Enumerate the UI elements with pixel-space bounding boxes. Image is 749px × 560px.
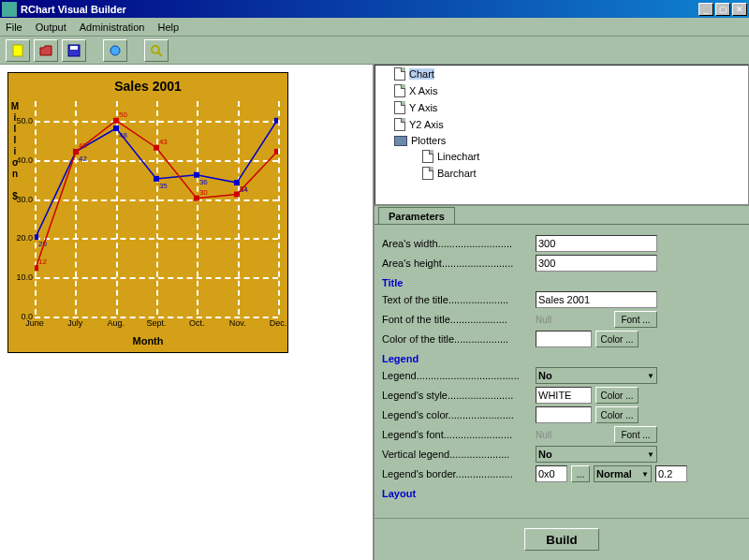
preview-button[interactable] (144, 39, 169, 62)
input-title-color[interactable] (536, 331, 592, 347)
label-legend-border: Legend's border.................... (382, 468, 532, 479)
label-area-width: Area's width.......................... (382, 238, 532, 249)
open-button[interactable] (34, 39, 58, 62)
minimize-button[interactable]: _ (698, 3, 713, 16)
maximize-button[interactable]: ▢ (715, 3, 730, 16)
svg-text:42: 42 (79, 141, 87, 150)
title-font-button[interactable]: Font ... (614, 311, 657, 328)
legend-font-button[interactable]: Font ... (614, 426, 657, 443)
svg-text:36: 36 (199, 178, 208, 186)
menu-help[interactable]: Help (157, 22, 179, 33)
label-area-height: Area's height......................... (382, 258, 532, 269)
menu-output[interactable]: Output (36, 22, 66, 33)
params-tab[interactable]: Parameters (378, 207, 455, 225)
svg-line-5 (158, 52, 162, 56)
menu-bar: File Output Administration Help (0, 18, 749, 37)
tree-item-linechart[interactable]: Linechart (375, 148, 748, 165)
tree-item-barchart[interactable]: Barchart (375, 165, 748, 182)
svg-rect-18 (274, 118, 278, 124)
svg-text:43: 43 (159, 138, 168, 146)
select-legend-border-style[interactable]: Normal▼ (594, 465, 652, 482)
chart-title: Sales 2001 (8, 73, 287, 94)
document-icon (394, 101, 405, 114)
svg-text:30: 30 (199, 188, 208, 197)
title-color-button[interactable]: Color ... (595, 331, 639, 347)
svg-text:48: 48 (119, 131, 127, 140)
toolbar (0, 37, 749, 65)
chart-xlabel: Month (8, 335, 287, 346)
legend-font-null: Null (536, 430, 610, 440)
app-icon (2, 2, 17, 17)
tree-item-chart[interactable]: Chart (375, 66, 748, 82)
section-title: Title (382, 277, 747, 288)
input-area-height[interactable] (536, 255, 657, 272)
params-body[interactable]: Area's width.......................... A… (374, 224, 749, 518)
tree-item-label: Y2 Axis (409, 119, 444, 130)
title-bar: RChart Visual Builder _ ▢ ✕ (0, 0, 749, 18)
tree-item-plotters[interactable]: Plotters (375, 133, 748, 148)
select-vertical-legend[interactable]: No▼ (536, 446, 657, 463)
svg-text:31: 31 (240, 184, 248, 193)
tree-item-label: Chart (409, 68, 434, 80)
chart-preview: Sales 2001 Million$ 0.010.020.030.040.05… (7, 72, 288, 353)
browser-button[interactable] (103, 39, 127, 62)
chart-plot-area: 0.010.020.030.040.050.0JuneJulyAug.Sept.… (35, 101, 278, 315)
label-title-color: Color of the title................... (382, 333, 532, 345)
document-icon (422, 150, 433, 163)
svg-text:12: 12 (38, 258, 47, 266)
legend-border-picker[interactable]: ... (571, 465, 590, 482)
svg-text:42: 42 (79, 155, 87, 163)
section-legend: Legend (382, 353, 747, 364)
input-legend-border-color[interactable] (536, 465, 567, 482)
svg-rect-0 (13, 45, 22, 56)
input-area-width[interactable] (536, 235, 657, 252)
label-legend-font: Legend's font........................ (382, 429, 532, 440)
legend-color-button[interactable]: Color ... (595, 406, 639, 423)
title-font-null: Null (536, 315, 610, 325)
params-header: Parameters (374, 205, 749, 224)
menu-file[interactable]: File (6, 22, 22, 33)
folder-icon (394, 136, 407, 146)
section-layout: Layout (382, 488, 747, 499)
component-tree[interactable]: ChartX AxisY AxisY2 AxisPlottersLinechar… (374, 65, 749, 205)
new-button[interactable] (6, 39, 30, 62)
tree-item-label: Linechart (437, 151, 479, 162)
tree-item-label: Y Axis (409, 102, 437, 113)
label-legend-style: Legend's style....................... (382, 390, 532, 401)
document-icon (422, 167, 433, 180)
svg-text:50: 50 (119, 111, 127, 119)
tree-item-y-axis[interactable]: Y Axis (375, 99, 748, 116)
document-icon (394, 118, 405, 131)
label-legend-color: Legend's color....................... (382, 409, 532, 420)
svg-rect-32 (274, 149, 278, 155)
document-icon (394, 67, 405, 81)
svg-text:35: 35 (159, 182, 168, 190)
tree-item-x-axis[interactable]: X Axis (375, 82, 748, 99)
main-area: Sales 2001 Million$ 0.010.020.030.040.05… (0, 65, 749, 560)
svg-point-4 (152, 46, 159, 53)
input-title-text[interactable] (536, 291, 657, 308)
select-legend[interactable]: No▼ (536, 367, 657, 384)
menu-administration[interactable]: Administration (80, 22, 145, 33)
window-title: RChart Visual Builder (21, 4, 697, 15)
label-legend: Legend..................................… (382, 370, 532, 381)
build-button[interactable]: Build (524, 528, 599, 551)
document-icon (394, 84, 405, 97)
right-panel: ChartX AxisY AxisY2 AxisPlottersLinechar… (374, 65, 749, 560)
tree-item-y2-axis[interactable]: Y2 Axis (375, 116, 748, 133)
svg-rect-2 (70, 46, 78, 50)
tree-item-label: Plotters (411, 135, 446, 146)
build-row: Build (374, 518, 749, 560)
input-legend-style[interactable] (536, 387, 592, 404)
input-legend-color[interactable] (536, 406, 592, 423)
input-legend-border-width[interactable] (655, 465, 687, 482)
label-vertical-legend: Vertical legend..................... (382, 449, 532, 460)
save-button[interactable] (62, 39, 86, 62)
tree-item-label: X Axis (409, 85, 438, 96)
label-title-font: Font of the title.................... (382, 314, 532, 325)
legend-style-color-button[interactable]: Color ... (595, 387, 639, 404)
close-button[interactable]: ✕ (732, 3, 747, 16)
preview-panel: Sales 2001 Million$ 0.010.020.030.040.05… (0, 65, 374, 560)
svg-point-3 (110, 46, 120, 55)
label-title-text: Text of the title..................... (382, 294, 532, 305)
